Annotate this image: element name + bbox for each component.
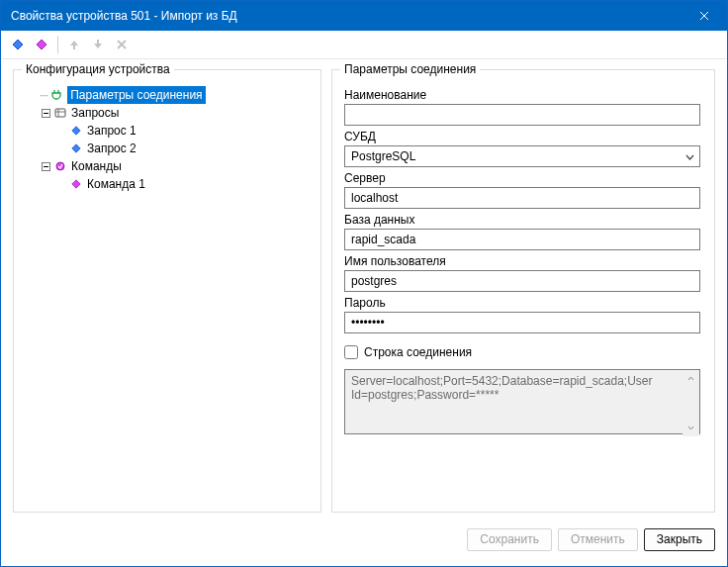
tree-node-label: Запросы	[71, 104, 119, 122]
dbms-select[interactable]	[344, 145, 700, 167]
tree-node-command-1[interactable]: Команда 1	[26, 175, 313, 193]
scroll-down-button[interactable]	[682, 420, 699, 436]
title-bar: Свойства устройства 501 - Импорт из БД	[1, 1, 727, 31]
toolbar-add-query-button[interactable]	[7, 34, 29, 55]
user-input[interactable]	[344, 270, 700, 292]
tree-node-label: Команда 1	[87, 175, 145, 193]
arrow-up-icon	[68, 39, 80, 50]
toolbar-separator	[57, 36, 58, 53]
window-title: Свойства устройства 501 - Импорт из БД	[11, 9, 237, 23]
chevron-up-icon	[687, 376, 694, 381]
database-input[interactable]	[344, 229, 700, 250]
chevron-down-icon	[687, 425, 694, 430]
dialog-footer: Сохранить Отменить Закрыть	[1, 522, 727, 556]
delete-x-icon	[116, 39, 128, 50]
tree-node-label: Команды	[71, 157, 122, 175]
tree-node-query-1[interactable]: Запрос 1	[26, 122, 313, 140]
connstr-checkbox[interactable]	[344, 345, 358, 359]
connstr-check-label: Строка соединения	[364, 345, 472, 359]
config-tree[interactable]: ···· Параметры соединения Запросы	[22, 84, 313, 193]
tree-line: ····	[40, 86, 47, 104]
tree-node-commands[interactable]: Команды	[26, 157, 313, 175]
dbms-label: СУБД	[344, 130, 700, 143]
name-label: Наименование	[344, 88, 700, 102]
queries-icon	[53, 106, 67, 120]
database-label: База данных	[344, 213, 700, 227]
close-window-button[interactable]	[682, 1, 727, 31]
arrow-down-icon	[92, 39, 104, 50]
tree-node-label: Запрос 2	[87, 140, 136, 157]
tree-node-queries[interactable]: Запросы	[26, 104, 313, 122]
toolbar-move-up-button[interactable]	[63, 34, 85, 55]
cancel-button[interactable]: Отменить	[558, 528, 638, 551]
password-label: Пароль	[344, 296, 700, 310]
toolbar	[1, 31, 727, 59]
collapse-icon[interactable]	[40, 160, 51, 172]
close-button[interactable]: Закрыть	[644, 528, 715, 551]
toolbar-add-command-button[interactable]	[31, 34, 52, 55]
name-input[interactable]	[344, 104, 700, 126]
toolbar-delete-button[interactable]	[111, 34, 133, 55]
server-input[interactable]	[344, 187, 700, 209]
plug-icon	[49, 88, 63, 102]
save-button[interactable]: Сохранить	[467, 528, 552, 551]
diamond-blue-icon	[12, 39, 24, 50]
diamond-blue-icon	[69, 142, 83, 155]
tree-node-label: Параметры соединения	[67, 86, 205, 104]
tree-node-connection[interactable]: ···· Параметры соединения	[26, 86, 313, 104]
scroll-up-button[interactable]	[682, 370, 699, 387]
connection-params-group: Параметры соединения Наименование СУБД С…	[331, 69, 715, 513]
password-input[interactable]	[344, 312, 700, 333]
diamond-blue-icon	[69, 124, 83, 138]
user-label: Имя пользователя	[344, 254, 700, 268]
device-config-title: Конфигурация устройства	[22, 62, 174, 76]
content-area: Конфигурация устройства ···· Параметры с…	[1, 59, 727, 522]
server-label: Сервер	[344, 171, 700, 185]
connstr-textarea[interactable]	[344, 369, 700, 434]
tree-node-query-2[interactable]: Запрос 2	[26, 140, 313, 157]
collapse-icon[interactable]	[40, 107, 51, 119]
connstr-check-row: Строка соединения	[344, 345, 700, 359]
tree-node-label: Запрос 1	[87, 122, 136, 140]
diamond-pink-icon	[69, 177, 83, 191]
device-config-group: Конфигурация устройства ···· Параметры с…	[13, 69, 321, 513]
toolbar-move-down-button[interactable]	[87, 34, 109, 55]
connection-params-title: Параметры соединения	[340, 62, 480, 76]
commands-icon	[53, 159, 67, 173]
connection-form: Наименование СУБД Сервер База данных Имя…	[340, 84, 706, 437]
diamond-pink-icon	[36, 39, 47, 50]
svg-rect-1	[55, 109, 65, 117]
close-icon	[699, 11, 709, 21]
